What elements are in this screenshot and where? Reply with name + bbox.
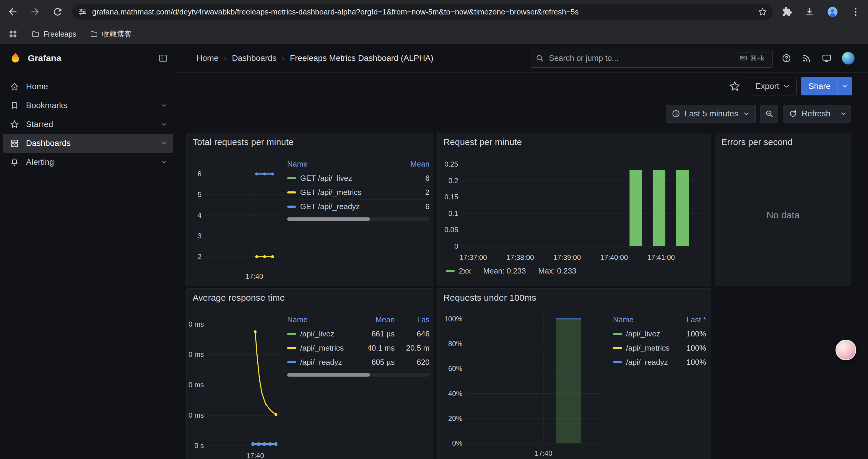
chevron-down-icon [840,110,847,118]
breadcrumb-separator: › [282,54,284,63]
legend-row[interactable]: /api/_readyz605 µs620 [287,355,430,369]
series-color-swatch [613,347,622,349]
legend-row[interactable]: /api/_livez100% [613,327,706,341]
share-button[interactable]: Share [801,77,838,95]
bell-icon [10,158,19,167]
total-requests-chart[interactable]: 6543217:40 [188,152,286,282]
user-avatar[interactable] [842,52,855,65]
sidebar-toggle-button[interactable] [157,52,169,65]
search-input[interactable]: Search or jump to... ⌘+k [530,49,773,68]
news-rss-icon[interactable] [802,53,812,63]
legend-row[interactable]: /api/_metrics100% [613,341,706,355]
legend-sort-value[interactable]: Las [395,315,430,324]
svg-text:40%: 40% [448,390,462,398]
reload-icon[interactable] [52,6,63,18]
chevron-down-icon [783,83,790,90]
bookmark-star-icon[interactable] [758,7,767,16]
breadcrumb-home[interactable]: Home [196,54,219,63]
legend-header: NameMeanLas [287,313,430,327]
panel-title[interactable]: Total requests per minute [193,137,294,147]
downloads-icon[interactable] [804,6,815,17]
extensions-icon[interactable] [782,6,793,17]
chevron-down-icon[interactable] [160,102,168,109]
legend-sort-value[interactable]: Mean [360,315,395,324]
legend-sort-value[interactable]: Last * [671,315,706,324]
site-info-icon[interactable] [78,7,87,16]
chevron-down-icon[interactable] [160,139,168,147]
legend-sort-name[interactable]: Name [287,315,360,324]
svg-text:17:41:00: 17:41:00 [647,254,675,261]
time-range-picker[interactable]: Last 5 minutes [666,105,756,123]
svg-text:20%: 20% [448,415,462,422]
scrollbar-thumb[interactable] [287,373,370,376]
export-button[interactable]: Export [749,77,797,95]
back-icon[interactable] [7,6,18,18]
refresh-interval-dropdown[interactable] [836,105,851,123]
panel-average-response-time: Average response time 80 ms60 ms40 ms20 … [186,288,433,459]
grafana-logo[interactable] [9,52,22,65]
panel-title[interactable]: Average response time [193,293,285,303]
scrollbar-thumb[interactable] [287,218,370,221]
legend-row[interactable]: /api/_readyz100% [613,355,706,369]
sidebar-item-home[interactable]: Home [3,77,173,96]
sidebar-item-bookmarks[interactable]: Bookmarks [3,96,173,115]
breadcrumb-current: Freeleaps Metrics Dashboard (ALPHA) [290,54,433,63]
svg-text:3: 3 [198,232,202,240]
apps-grid-icon[interactable] [8,29,18,39]
favorite-star-button[interactable] [727,78,742,94]
search-icon [535,54,544,63]
legend-sort-name[interactable]: Name [613,315,671,324]
legend-scrollbar[interactable] [287,218,430,221]
help-icon[interactable] [781,53,792,63]
breadcrumb-dashboards[interactable]: Dashboards [232,54,277,63]
legend-scrollbar[interactable] [287,373,430,376]
address-bar[interactable]: grafana.mathmast.com/d/deytv4rwavabkb/fr… [72,4,773,20]
legend-row[interactable]: GET /api/_readyz6 [287,200,430,214]
sidebar-item-starred[interactable]: Starred [3,115,173,134]
legend-sort-value[interactable]: Mean [395,160,430,169]
browser-toolbar: grafana.mathmast.com/d/deytv4rwavabkb/fr… [0,0,868,24]
legend-row[interactable]: /api/_metrics40.1 ms20.5 m [287,341,430,355]
zoom-out-button[interactable] [761,105,778,123]
no-data-message: No data [715,145,851,286]
chevron-down-icon[interactable] [160,121,168,128]
display-icon[interactable] [822,53,832,63]
floating-avatar[interactable] [836,340,856,360]
keyboard-icon [740,54,747,62]
svg-text:60%: 60% [448,364,462,372]
request-per-minute-chart[interactable]: 0.250.20.150.10.05017:37:0017:38:0017:39… [440,151,709,263]
svg-text:100%: 100% [444,315,462,323]
legend-header: NameMean [287,157,430,171]
bookmark-folder-freeleaps[interactable]: Freeleaps [31,30,76,38]
share-dropdown-button[interactable] [838,77,852,95]
folder-icon [90,30,98,38]
legend-sort-name[interactable]: Name [287,160,395,169]
sidebar-item-dashboards[interactable]: Dashboards [3,134,173,153]
series-stats-legend[interactable]: 2xx Mean: 0.233 Max: 0.233 [446,266,577,275]
svg-text:80%: 80% [448,340,462,348]
requests-under-100ms-chart[interactable]: 100%80%60%40%20%0%17:40 [440,305,606,459]
sidebar: Grafana Home Bookmarks Starred [0,44,176,459]
legend-row[interactable]: GET /api/_metrics2 [287,186,430,200]
svg-text:0.1: 0.1 [448,209,458,218]
browser-menu-icon[interactable] [850,6,861,17]
url-text[interactable]: grafana.mathmast.com/d/deytv4rwavabkb/fr… [92,7,753,17]
refresh-button[interactable]: Refresh [783,105,836,123]
forward-icon[interactable] [30,6,41,18]
bookmark-folder-blogs[interactable]: 收藏博客 [90,29,131,39]
star-icon [730,81,740,92]
sidebar-item-alerting[interactable]: Alerting [3,153,173,172]
chevron-down-icon[interactable] [160,158,168,166]
svg-text:0.05: 0.05 [444,226,458,234]
breadcrumb: Home › Dashboards › Freeleaps Metrics Da… [196,54,433,63]
browser-profile-avatar[interactable] [827,6,838,18]
sidebar-nav: Home Bookmarks Starred Dashboards [0,72,176,176]
refresh-icon [788,109,797,118]
panel-title[interactable]: Request per minute [443,137,522,147]
legend-row[interactable]: /api/_livez661 µs646 [287,327,430,341]
panel-title[interactable]: Requests under 100ms [443,293,536,303]
app-header: Home › Dashboards › Freeleaps Metrics Da… [176,44,868,73]
panel-total-requests-per-minute: Total requests per minute 6543217:40 Nam… [186,133,433,286]
legend-row[interactable]: GET /api/_livez6 [287,171,430,186]
average-response-time-chart[interactable]: 80 ms60 ms40 ms20 ms0 s17:40 [188,307,286,459]
